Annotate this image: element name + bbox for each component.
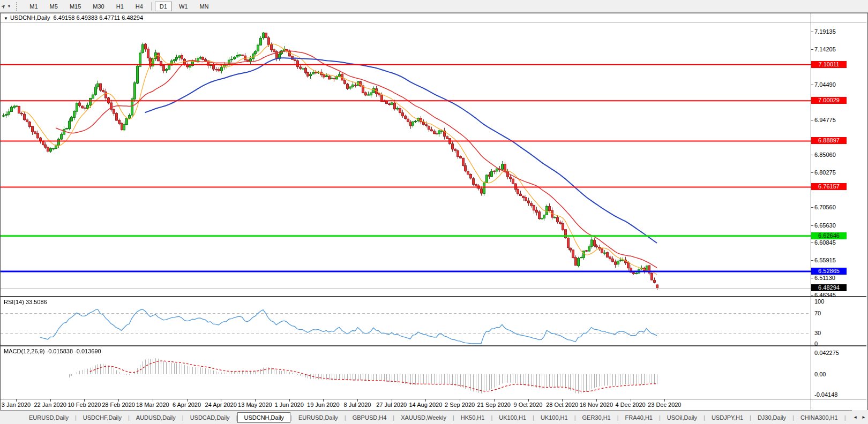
chart-tab-uk100-h1[interactable]: UK100,H1 [534, 412, 574, 423]
chart-tab-gbpusd-h4[interactable]: GBPUSD,H4 [346, 412, 393, 423]
chart-cursor-icon[interactable]: ➤ [0, 3, 7, 10]
timeframe-button-m15[interactable]: M15 [65, 2, 86, 11]
tab-scroll-left-button[interactable]: ◄ [851, 414, 859, 421]
price-tick-dash [811, 295, 813, 296]
macd-tick-label: -0.04148 [814, 391, 837, 398]
chart-tab-list: EURUSD,Daily|USDCHF,Daily|AUDUSD,Daily|U… [23, 412, 868, 423]
chart-tab-fra40-h1[interactable]: FRA40,H1 [619, 412, 659, 423]
price-level-badge[interactable]: 7.00029 [811, 97, 847, 104]
current-price-badge: 6.48294 [811, 284, 847, 291]
price-tick-label: 6.46345 [814, 292, 836, 298]
timeframe-button-d1[interactable]: D1 [155, 2, 172, 11]
rsi-indicator-canvas[interactable] [1, 297, 811, 345]
rsi-tick-label: 30 [814, 330, 821, 336]
price-level-badge[interactable]: 6.52865 [811, 268, 847, 275]
chart-tab-usdcnh-daily[interactable]: USDCNH,Daily [237, 412, 290, 423]
chart-tab-dj30-daily[interactable]: DJ30,Daily [751, 412, 792, 423]
date-label: 1 Jun 2020 [274, 402, 303, 408]
timeframe-button-m1[interactable]: M1 [25, 2, 42, 11]
date-label: 4 Dec 2020 [615, 402, 645, 408]
date-label: 19 Jun 2020 [307, 402, 340, 408]
chart-tab-usoil-daily[interactable]: USOil,Daily [661, 412, 704, 423]
price-tick-label: 6.85060 [814, 152, 836, 158]
price-level-badge[interactable]: 6.62646 [811, 232, 847, 239]
chart-tab-usdchf-daily[interactable]: USDCHF,Daily [77, 412, 128, 423]
date-label: 6 Apr 2020 [173, 402, 201, 408]
price-tick-label: 7.04490 [814, 81, 836, 88]
chart-tab-eurusd-daily[interactable]: EURUSD,Daily [292, 412, 345, 423]
chart-tab-china300-h1[interactable]: CHINA300,H1 [794, 412, 844, 423]
price-tick-dash [811, 243, 813, 243]
price-chart-canvas[interactable] [1, 22, 811, 296]
toolbar-dropdown-caret[interactable]: ▼ [7, 4, 11, 8]
date-label: 8 Jul 2020 [344, 402, 371, 408]
collapse-caret-icon[interactable]: ▼ [4, 16, 8, 21]
chart-symbol-label: USDCNH,Daily [10, 14, 50, 21]
price-level-badge[interactable]: 6.76157 [811, 183, 847, 190]
timeframe-button-w1[interactable]: W1 [174, 2, 193, 11]
price-tick-label: 6.70560 [814, 204, 836, 210]
rsi-label: RSI(14) 33.5086 [4, 299, 47, 305]
price-tick-dash [811, 225, 813, 226]
chart-tab-bar: EURUSD,Daily|USDCHF,Daily|AUDUSD,Daily|U… [0, 410, 868, 424]
timeframe-button-mn[interactable]: MN [194, 2, 213, 11]
macd-tick-label: 0.042275 [814, 350, 839, 356]
date-label: 13 May 2020 [238, 402, 272, 408]
price-tick-label: 7.14205 [814, 46, 836, 52]
price-tick-dash [811, 85, 813, 85]
chart-tab-xauusd-weekly[interactable]: XAUUSD,Weekly [394, 412, 453, 423]
price-level-badge[interactable]: 7.10011 [811, 61, 847, 68]
toolbar-grip-handle[interactable] [16, 2, 19, 11]
chart-title-bar: ▼USDCNH,Daily 6.49158 6.49383 6.47711 6.… [1, 13, 866, 22]
macd-indicator-canvas[interactable] [1, 346, 811, 399]
date-label: 2 Sep 2020 [445, 402, 475, 408]
date-label: 18 Mar 2020 [136, 402, 169, 408]
rsi-tick-label: 100 [814, 298, 824, 305]
macd-tick-label: 0.00 [814, 371, 826, 377]
price-tick-dash [811, 155, 813, 155]
price-tick-label: 6.65630 [814, 222, 836, 229]
chart-tab-hk50-h1[interactable]: HK50,H1 [454, 412, 491, 423]
date-label: 16 Nov 2020 [580, 402, 613, 408]
rsi-tick-label: 70 [814, 310, 821, 316]
date-label: 9 Oct 2020 [514, 402, 543, 408]
date-label: 24 Apr 2020 [205, 402, 237, 408]
date-label: 27 Jul 2020 [376, 402, 407, 408]
price-level-badge[interactable]: 6.88897 [811, 137, 847, 144]
price-tick-label: 6.60845 [814, 239, 836, 246]
timeframe-button-h1[interactable]: H1 [111, 2, 129, 11]
timeframe-button-h4[interactable]: H4 [131, 2, 148, 11]
chart-tab-usdcad-daily[interactable]: USDCAD,Daily [184, 412, 236, 423]
price-tick-dash [811, 120, 813, 120]
date-label: 10 Feb 2020 [68, 402, 101, 408]
chart-tab-usdjpy-h1[interactable]: USDJPY,H1 [705, 412, 750, 423]
date-label: 3 Jan 2020 [2, 402, 31, 408]
price-tick-dash [811, 278, 813, 278]
timeframe-button-m5[interactable]: M5 [45, 2, 63, 11]
price-tick-dash [811, 32, 813, 32]
date-label: 23 Dec 2020 [648, 402, 681, 408]
toolbar-separator [151, 2, 152, 11]
tab-scroll-right-button[interactable]: ► [859, 414, 868, 421]
price-tick-label: 6.94775 [814, 117, 836, 123]
date-label: 28 Oct 2020 [546, 402, 578, 408]
top-toolbar: ➤ ▼ M1M5M15M30H1H4D1W1MN [0, 0, 868, 13]
date-label: 28 Feb 2020 [102, 402, 135, 408]
chart-ohlc-values: 6.49158 6.49383 6.47711 6.48294 [54, 14, 143, 21]
date-label: 22 Jan 2020 [34, 402, 66, 408]
price-tick-dash [811, 207, 813, 208]
price-tick-label: 6.55915 [814, 257, 836, 263]
price-tick-label: 6.80275 [814, 169, 836, 176]
rsi-tick-label: 0 [814, 340, 818, 347]
chart-tab-audusd-daily[interactable]: AUDUSD,Daily [130, 412, 182, 423]
price-tick-label: 7.19135 [814, 28, 836, 35]
chart-tab-uk100-h1[interactable]: UK100,H1 [492, 412, 533, 423]
chart-tab-ger30-h1[interactable]: GER30,H1 [576, 412, 617, 423]
price-tick-dash [811, 49, 813, 50]
timeframe-button-m30[interactable]: M30 [88, 2, 109, 11]
chart-tab-eurusd-daily[interactable]: EURUSD,Daily [23, 412, 75, 423]
macd-label: MACD(12,26,9) -0.015838 -0.013690 [4, 348, 101, 354]
tab-scroll-arrows: ◄ ► [852, 410, 868, 424]
price-tick-dash [811, 260, 813, 261]
price-tick-dash [811, 172, 813, 173]
